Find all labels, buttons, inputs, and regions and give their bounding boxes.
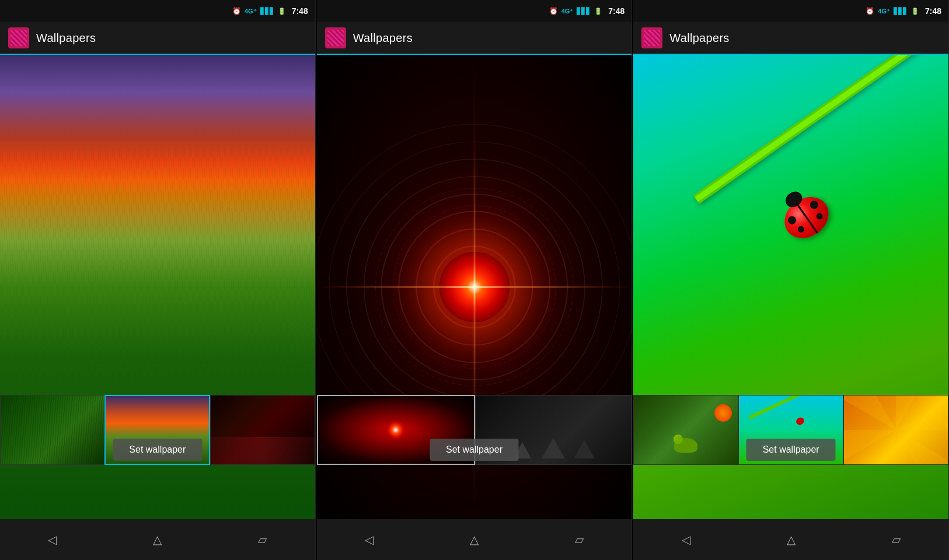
back-btn-3[interactable]: ◁ [670,527,702,552]
app-bar-1: Wallpapers [0,22,315,55]
nav-bar-2: ◁ △ ▱ [317,519,632,560]
green-stem [693,55,948,204]
battery-icon-3: 🔋 [911,8,919,15]
app-icon-pattern-2 [327,30,344,46]
signal-icon-3: ▋▋▋ [894,8,908,15]
thumb-triangle-3 [574,440,595,459]
battery-icon-1: 🔋 [278,8,286,15]
alarm-icon-3: ⏰ [866,7,874,15]
thumb-1-3[interactable] [210,395,315,465]
alarm-icon-2: ⏰ [549,7,558,15]
status-time-3: 7:48 [925,6,941,16]
home-btn-2[interactable]: △ [458,527,490,552]
signal-icon-1: ▋▋▋ [260,8,274,15]
thumb-triangle-1 [542,438,565,459]
thumb-ladybug [795,416,805,426]
lte-icon-2: 4G⁺ [561,8,574,15]
app-title-1: Wallpapers [36,32,96,45]
orange-fruit [714,404,732,422]
recents-btn-1[interactable]: ▱ [246,527,278,552]
thumb-stem [749,395,843,419]
thumb-1-1[interactable] [0,395,104,465]
lte-icon-3: 4G⁺ [878,8,890,15]
home-btn-3[interactable]: △ [775,527,807,552]
thumb-mini-eye [387,421,404,439]
thumb-red-glow [211,437,314,464]
battery-icon-2: 🔋 [594,8,602,15]
status-time-1: 7:48 [292,6,308,16]
app-icon-pattern-3 [644,30,660,46]
status-time-2: 7:48 [608,6,624,16]
set-wallpaper-btn-2[interactable]: Set wallpaper [430,439,519,461]
alarm-icon-1: ⏰ [232,7,241,15]
nav-bar-1: ◁ △ ▱ [0,519,315,560]
nav-bar-3: ◁ △ ▱ [633,519,948,560]
grass-lines-1 [0,148,315,380]
phone-panel-1: ⏰ 4G⁺ ▋▋▋ 🔋 7:48 Wallpapers [0,0,316,560]
status-bar-2: ⏰ 4G⁺ ▋▋▋ 🔋 7:48 [317,0,632,22]
app-bar-3: Wallpapers [633,22,948,55]
app-bar-2: Wallpapers [317,22,632,55]
app-icon-2 [325,27,346,48]
set-wallpaper-btn-1[interactable]: Set wallpaper [113,439,202,461]
app-title-3: Wallpapers [669,32,729,45]
recents-btn-2[interactable]: ▱ [563,527,595,552]
ladybug-group [777,188,837,246]
recents-btn-3[interactable]: ▱ [880,527,912,552]
app-icon-3 [641,27,662,48]
wallpaper-display-3[interactable]: Set wallpaper [633,55,948,519]
wallpaper-display-1[interactable]: Set wallpaper [0,55,315,519]
phone-panel-2: ⏰ 4G⁺ ▋▋▋ 🔋 7:48 Wallpapers [317,0,633,560]
status-bar-3: ⏰ 4G⁺ ▋▋▋ 🔋 7:48 [633,0,948,22]
set-wallpaper-btn-3[interactable]: Set wallpaper [746,439,836,461]
app-title-2: Wallpapers [353,32,413,45]
back-btn-1[interactable]: ◁ [36,527,68,552]
thumb-3-1[interactable] [633,395,738,465]
status-bar-1: ⏰ 4G⁺ ▋▋▋ 🔋 7:48 [0,0,315,22]
signal-icon-2: ▋▋▋ [577,8,591,15]
app-icon-pattern-1 [11,30,27,46]
thumb-3-3[interactable] [843,395,948,465]
phone-panel-3: ⏰ 4G⁺ ▋▋▋ 🔋 7:48 Wallpapers [633,0,949,560]
app-icon-1 [8,27,29,48]
frog-eye [674,435,683,444]
lte-icon-1: 4G⁺ [245,8,257,15]
thumb-grass-1 [1,396,104,464]
home-btn-1[interactable]: △ [141,527,173,552]
back-btn-2[interactable]: ◁ [353,527,385,552]
wallpaper-display-2[interactable]: Set wallpaper [317,55,632,519]
flower-pattern [844,396,948,464]
